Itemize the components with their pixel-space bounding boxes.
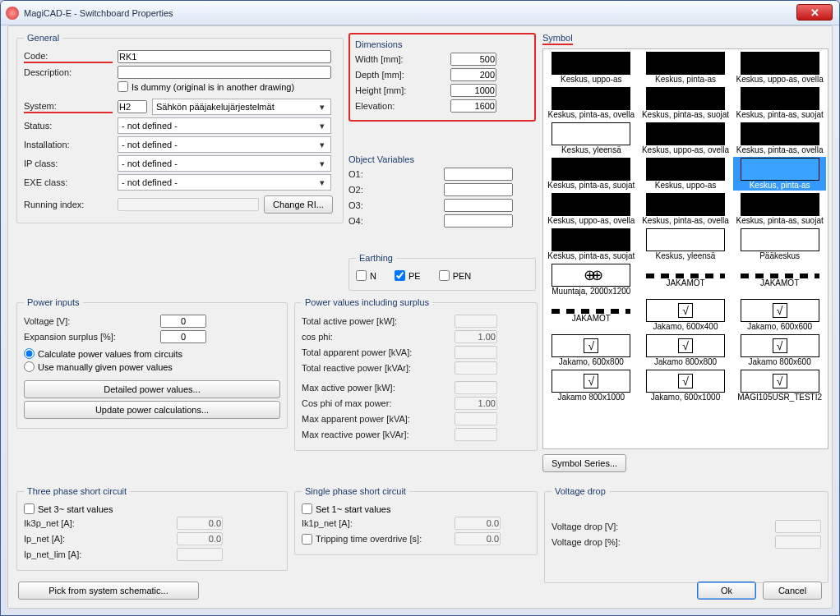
symbol-caption: Keskus, uppo-as (546, 75, 637, 84)
trp-label: Total reactive power [kVAr]: (302, 363, 450, 373)
symbol-cell[interactable]: Pääkeskus (733, 228, 826, 261)
symbol-cell[interactable]: Keskus, yleensä (639, 228, 732, 261)
symbol-cell[interactable]: Keskus, uppo-as (545, 51, 638, 85)
mrp-input (455, 428, 497, 441)
symbol-grid[interactable]: Keskus, uppo-asKeskus, pinta-asKeskus, u… (542, 48, 828, 449)
trip-checkbox[interactable]: Tripping time overdrive [s]: (302, 534, 450, 545)
symbol-series-button[interactable]: Symbol Series... (542, 454, 626, 472)
o4-input[interactable] (444, 214, 513, 228)
symbol-cell[interactable]: Keskus, uppo-as, ovella (733, 51, 826, 85)
symbol-cell[interactable]: Keskus, pinta-as (639, 51, 732, 85)
cancel-button[interactable]: Cancel (763, 582, 822, 600)
symbol-swatch (552, 334, 630, 357)
symbol-swatch (741, 158, 819, 181)
symbol-cell[interactable]: Keskus, pinta-as (733, 157, 826, 191)
symbol-caption: JAKAMOT (640, 278, 732, 287)
ok-button[interactable]: Ok (697, 582, 756, 600)
depth-input[interactable] (450, 68, 496, 81)
symbol-cell[interactable]: Keskus, pinta-as, ovella (733, 122, 826, 155)
symbol-swatch (741, 193, 819, 216)
symbol-cell[interactable]: Jakamo, 600x400 (639, 298, 732, 332)
elev-input[interactable] (450, 99, 496, 113)
close-button[interactable]: ✕ (796, 4, 833, 21)
symbol-cell[interactable]: MAGI105USR_TESTI2 (733, 369, 826, 402)
code-input[interactable] (118, 50, 331, 63)
symbol-cell[interactable]: Jakamo, 600x800 (545, 333, 638, 367)
n-checkbox[interactable]: N (356, 270, 376, 281)
exe-combo[interactable]: - not defined -▾ (118, 174, 331, 191)
symbol-cell[interactable]: Muuntaja, 2000x1200 (545, 263, 638, 297)
power-values-group: Power values including surplus Total act… (294, 297, 538, 451)
symbol-cell[interactable]: JAKAMOT (733, 263, 826, 297)
symbol-cell[interactable]: Jakamo 800x600 (733, 333, 826, 367)
symbol-cell[interactable]: JAKAMOT (545, 298, 638, 332)
set3-checkbox[interactable]: Set 3~ start values (24, 503, 113, 514)
pick-schematic-button[interactable]: Pick from system schematic... (18, 582, 199, 600)
symbol-caption: Jakamo, 600x400 (640, 322, 732, 331)
symbol-cell[interactable]: Keskus, pinta-as, suojat (733, 86, 826, 120)
dummy-checkbox[interactable]: Is dummy (original is in another drawing… (118, 81, 294, 92)
o3-input[interactable] (444, 199, 513, 212)
symbol-swatch (552, 52, 630, 75)
symbol-caption: JAKAMOT (734, 278, 825, 287)
ov-legend: Object Variables (348, 154, 536, 164)
cosphi-input (455, 330, 497, 343)
symbol-cell[interactable]: Keskus, yleensä (545, 122, 638, 155)
voltage-label: Voltage [V]: (24, 316, 155, 326)
symbol-caption: Keskus, uppo-as, ovella (546, 216, 637, 225)
tsp-label: Total apparent power [kVA]: (302, 347, 450, 357)
change-ri-button[interactable]: Change RI... (264, 195, 333, 214)
symbol-cell[interactable]: Keskus, pinta-as, suojat (545, 228, 638, 261)
symbol-cell[interactable]: Jakamo, 600x1000 (639, 369, 732, 402)
map-label: Max active power [kW]: (302, 383, 450, 393)
three-phase-group: Three phase short circuit Set 3~ start v… (16, 486, 288, 571)
symbol-cell[interactable]: Keskus, uppo-as, ovella (639, 122, 732, 155)
height-input[interactable] (450, 84, 496, 97)
ip-label: IP class: (24, 159, 113, 168)
update-power-button[interactable]: Update power calculations... (24, 401, 280, 419)
voltage-input[interactable] (160, 315, 206, 328)
symbol-cell[interactable]: JAKAMOT (639, 263, 732, 297)
iplim-input (177, 548, 223, 561)
symbol-cell[interactable]: Keskus, pinta-as, suojat (733, 192, 826, 226)
symbol-cell[interactable]: Keskus, pinta-as, ovella (639, 192, 732, 226)
manual-radio[interactable]: Use manually given power values (24, 361, 173, 372)
symbol-cell[interactable]: Keskus, pinta-as, suojat (545, 157, 638, 191)
symbol-cell[interactable]: Keskus, pinta-as, ovella (545, 86, 638, 120)
symbol-swatch (646, 228, 725, 251)
symbol-caption: Keskus, pinta-as, suojat (734, 110, 825, 119)
pen-checkbox[interactable]: PEN (439, 270, 472, 281)
o2-input[interactable] (444, 183, 513, 196)
app-icon (6, 7, 19, 20)
desc-input[interactable] (118, 66, 331, 79)
depth-label: Depth [mm]: (355, 70, 445, 80)
install-label: Installation: (24, 140, 113, 149)
symbol-swatch (552, 158, 630, 181)
install-combo[interactable]: - not defined -▾ (118, 136, 331, 153)
chevron-down-icon: ▾ (317, 121, 327, 131)
symbol-caption: Keskus, yleensä (640, 251, 732, 260)
o1-label: O1: (348, 169, 439, 179)
symbol-caption: JAKAMOT (546, 314, 637, 323)
symbol-cell[interactable]: Jakamo 800x1000 (545, 369, 638, 402)
symbol-cell[interactable]: Keskus, pinta-as, suojat (639, 86, 732, 120)
symbol-cell[interactable]: Jakamo, 600x600 (733, 298, 826, 332)
system-combo[interactable]: Sähkön pääjakelujärjestelmät▾ (152, 99, 331, 115)
set1-checkbox[interactable]: Set 1~ start values (302, 503, 390, 514)
calc-radio[interactable]: Calculate power values from circuits (24, 348, 182, 359)
detailed-power-button[interactable]: Detailed power values... (24, 380, 280, 398)
symbol-cell[interactable]: Keskus, uppo-as (639, 157, 732, 191)
width-input[interactable] (450, 53, 496, 66)
o1-input[interactable] (444, 168, 513, 181)
symbol-cell[interactable]: Keskus, uppo-as, ovella (545, 192, 638, 226)
symbol-cell[interactable]: Jakamo 800x800 (639, 333, 732, 367)
symbol-caption: Keskus, uppo-as, ovella (640, 145, 732, 154)
ip-combo[interactable]: - not defined -▾ (118, 155, 331, 172)
chevron-down-icon: ▾ (317, 102, 327, 113)
code-label: Code: (24, 51, 113, 63)
system-code-input[interactable] (118, 100, 147, 113)
window: MagiCAD-E - Switchboard Properties ✕ Gen… (0, 0, 840, 616)
status-combo[interactable]: - not defined -▾ (118, 117, 331, 134)
pe-checkbox[interactable]: PE (395, 270, 421, 281)
surplus-input[interactable] (160, 330, 206, 343)
